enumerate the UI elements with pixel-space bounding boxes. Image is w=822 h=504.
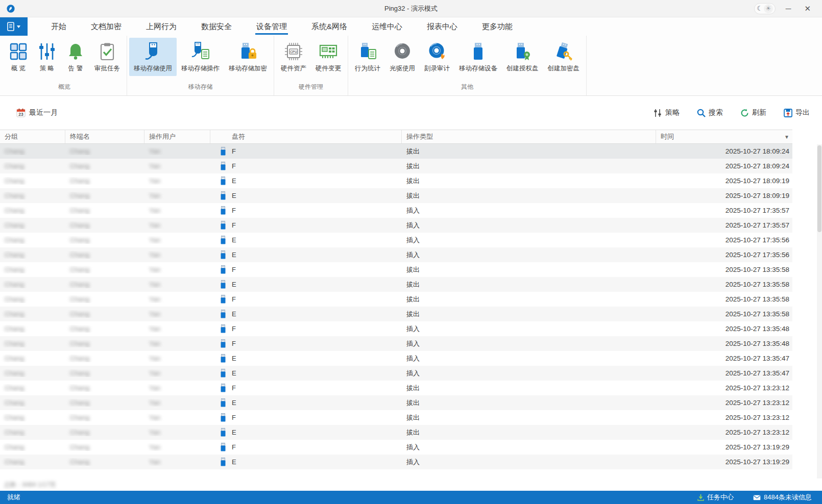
tab-2[interactable]: 文档加密 [79,17,134,36]
group-cell-redacted: Chang [5,340,24,347]
ribbon-item-usb-stats[interactable]: 行为统计 [350,38,385,76]
unread-messages-button[interactable]: 8484条未读信息 [750,492,815,502]
table-row[interactable]: Chang Chang Yan E 拔出 2025-10-27 18:09:19 [0,188,792,203]
table-row[interactable]: Chang Chang Yan F 拔出 2025-10-27 18:09:24 [0,144,792,159]
terminal-cell-redacted: Chang [70,162,89,170]
table-row[interactable]: Chang Chang Yan F 插入 2025-10-27 13:19:29 [0,440,792,455]
table-row[interactable]: Chang Chang Yan F 插入 2025-10-27 13:35:48 [0,336,792,351]
theme-toggle[interactable]: ☾ ☀ [754,3,776,14]
tab-6[interactable]: 系统&网络 [299,17,359,36]
drive-letter-cell: E [227,192,402,199]
drive-letter-cell: E [227,310,402,318]
tab-9[interactable]: 更多功能 [470,17,525,36]
refresh-icon [740,109,749,117]
usb-plug-icon [143,41,163,62]
ribbon-item-grid[interactable]: 概 览 [4,38,33,76]
tab-1[interactable]: 开始 [39,17,79,36]
window-title: Ping32 - 演示模式 [0,4,822,13]
table-row[interactable]: Chang Chang Yan E 插入 2025-10-27 17:35:56 [0,233,792,247]
usb-drive-icon [220,265,226,274]
app-menu-button[interactable] [0,17,28,36]
column-header-terminal[interactable]: 终端名 [65,130,144,143]
ribbon-item-usb-plug[interactable]: 移动存储使用 [129,38,177,76]
operation-type-cell: 拔出 [402,295,656,304]
ribbon-item-usb-lock[interactable]: 移动存储加密 [224,38,272,76]
vertical-scrollbar[interactable] [817,144,822,478]
export-button[interactable]: 导出 [781,108,813,118]
drive-letter-cell: E [227,399,402,407]
terminal-cell-redacted: Chang [70,147,89,155]
table-row[interactable]: Chang Chang Yan E 插入 2025-10-27 13:35:47 [0,351,792,366]
group-cell-redacted: Chang [5,207,24,214]
table-row[interactable]: Chang Chang Yan F 插入 2025-10-27 13:35:48 [0,321,792,336]
column-header-drive[interactable]: 盘符 [227,130,402,143]
ribbon-item-usb[interactable]: 移动存储设备 [454,38,502,76]
drive-letter-cell: F [227,162,402,170]
tab-4[interactable]: 数据安全 [189,17,244,36]
column-header-user[interactable]: 操作用户 [144,130,210,143]
table-row[interactable]: Chang Chang Yan E 插入 2025-10-27 13:35:47 [0,366,792,381]
tab-8[interactable]: 报表中心 [415,17,470,36]
ribbon-item-bell[interactable]: 告 警 [61,38,90,76]
ribbon-item-disc-burn[interactable]: 刻录审计 [420,38,454,76]
terminal-cell-redacted: Chang [70,221,89,229]
table-row[interactable]: Chang Chang Yan F 拔出 2025-10-27 13:35:58 [0,292,792,307]
minimize-button[interactable]: ─ [783,4,794,13]
group-cell-redacted: Chang [5,147,24,155]
task-center-button[interactable]: 任务中心 [694,492,737,502]
column-header-group[interactable]: 分组 [0,130,65,143]
close-button[interactable]: ✕ [801,4,814,13]
column-header-optype[interactable]: 操作类型 [402,130,656,143]
table-row[interactable]: Chang Chang Yan F 拔出 2025-10-27 18:09:24 [0,159,792,173]
user-cell-redacted: Yan [149,369,160,377]
tab-5-active[interactable]: 设备管理 [244,17,299,36]
table-row[interactable]: Chang Chang Yan E 插入 2025-10-27 17:35:56 [0,247,792,262]
time-cell: 2025-10-27 18:09:24 [656,147,792,155]
ribbon-item-disc[interactable]: 光驱使用 [385,38,420,76]
sort-desc-icon[interactable]: ▼ [784,134,789,140]
column-header-icon[interactable] [210,130,227,143]
ribbon-item-label: 硬件资产 [281,64,306,73]
filter-toolbar: 23 最近一月 策略 搜索 刷新 导出 [0,96,822,130]
tab-3[interactable]: 上网行为 [134,17,189,36]
table-row[interactable]: Chang Chang Yan E 拔出 2025-10-27 13:23:12 [0,395,792,410]
sliders-button[interactable]: 策略 [650,108,683,118]
table-row[interactable]: Chang Chang Yan F 插入 2025-10-27 17:35:57 [0,218,792,233]
ribbon-item-pcb[interactable]: 硬件变更 [311,38,346,76]
refresh-button[interactable]: 刷新 [737,108,769,118]
date-range-filter[interactable]: 23 最近一月 [13,108,61,118]
usb-drive-icon [220,295,226,304]
table-row[interactable]: Chang Chang Yan E 拔出 2025-10-27 13:23:12 [0,425,792,440]
usb-drive-icon [220,310,226,318]
table-row[interactable]: Chang Chang Yan F 拔出 2025-10-27 13:23:12 [0,381,792,395]
user-cell-redacted: Yan [149,325,160,333]
ribbon-item-sliders[interactable]: 策 略 [33,38,61,76]
table-row[interactable]: Chang Chang Yan E 拔出 2025-10-27 18:09:19 [0,173,792,188]
ribbon-item-usb-cert[interactable]: 创建授权盘 [502,38,543,76]
tool-button-label: 刷新 [752,108,766,117]
table-row[interactable]: Chang Chang Yan F 拔出 2025-10-27 13:35:58 [0,262,792,277]
ribbon-item-cpu[interactable]: CPU硬件资产 [276,38,311,76]
user-cell-redacted: Yan [149,266,160,273]
table-row[interactable]: Chang Chang Yan F 拔出 2025-10-27 13:23:12 [0,410,792,425]
table-row[interactable]: Chang Chang Yan F 插入 2025-10-27 17:35:57 [0,203,792,218]
table-row[interactable]: Chang Chang Yan E 拔出 2025-10-27 13:35:58 [0,277,792,292]
table-row[interactable]: Chang Chang Yan E 拔出 2025-10-27 13:35:58 [0,307,792,321]
table-row[interactable]: Chang Chang Yan E 插入 2025-10-27 13:19:29 [0,455,792,469]
ribbon-item-usb-key[interactable]: 创建加密盘 [543,38,585,76]
operation-type-cell: 拔出 [402,177,656,186]
scrollbar-thumb[interactable] [817,145,821,232]
ribbon-group-items: CPU硬件资产 硬件变更 [276,36,346,81]
group-cell-redacted: Chang [5,310,24,318]
column-header-time[interactable]: 时间 ▼ [656,130,792,143]
terminal-cell-redacted: Chang [70,281,89,288]
ribbon-item-usb-ops[interactable]: 移动存储操作 [177,38,224,76]
ribbon-item-clipboard[interactable]: 审批任务 [90,38,125,76]
tab-7[interactable]: 运维中心 [359,17,415,36]
search-button[interactable]: 搜索 [694,108,726,118]
group-cell-redacted: Chang [5,192,24,199]
drive-letter-cell: E [227,369,402,377]
calendar-icon: 23 [16,108,26,117]
time-cell: 2025-10-27 13:35:58 [656,281,792,288]
usb-cert-icon [512,41,533,62]
